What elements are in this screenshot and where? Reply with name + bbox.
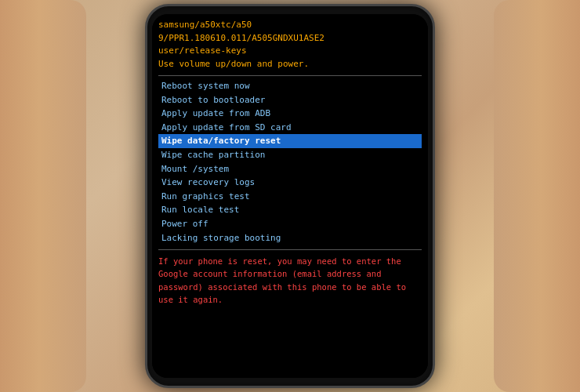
menu-item-apply-adb[interactable]: Apply update from ADB (158, 107, 422, 121)
power-button (433, 53, 435, 100)
menu-item-mount-system[interactable]: Mount /system (158, 162, 422, 176)
menu-item-reboot-bootloader[interactable]: Reboot to bootloader (158, 93, 422, 107)
menu-item-reboot-system[interactable]: Reboot system now (158, 79, 422, 93)
divider-top (158, 75, 422, 76)
build-type: user/release-keys (158, 45, 422, 58)
build-number: 9/PPR1.180610.011/A505GNDXU1ASE2 (158, 32, 422, 45)
menu-item-apply-sd[interactable]: Apply update from SD card (158, 121, 422, 135)
menu-item-run-locale[interactable]: Run locale test (158, 203, 422, 217)
menu-item-view-logs[interactable]: View recovery logs (158, 176, 422, 190)
phone: samsung/a50xtc/a50 9/PPR1.180610.011/A50… (145, 4, 435, 388)
scene: samsung/a50xtc/a50 9/PPR1.180610.011/A50… (0, 0, 580, 392)
menu-item-power-off[interactable]: Power off (158, 217, 422, 231)
device-model: samsung/a50xtc/a50 (158, 19, 422, 32)
menu-item-wipe-factory[interactable]: Wipe data/factory reset (158, 134, 422, 148)
recovery-menu: samsung/a50xtc/a50 9/PPR1.180610.011/A50… (152, 14, 428, 378)
menu-list: Reboot system now Reboot to bootloader A… (158, 79, 422, 245)
hand-right (494, 0, 580, 392)
volume-button (145, 69, 147, 100)
menu-item-lacking-storage[interactable]: Lacking storage booting (158, 231, 422, 245)
nav-hint: Use volume up/down and power. (158, 58, 422, 71)
phone-screen: samsung/a50xtc/a50 9/PPR1.180610.011/A50… (152, 14, 428, 378)
warning-text: If your phone is reset, you may need to … (158, 255, 422, 306)
menu-item-wipe-cache[interactable]: Wipe cache partition (158, 148, 422, 162)
device-info-header: samsung/a50xtc/a50 9/PPR1.180610.011/A50… (158, 19, 422, 71)
menu-item-run-graphics[interactable]: Run graphics test (158, 190, 422, 204)
hand-left (0, 0, 86, 392)
warning-section: If your phone is reset, you may need to … (158, 249, 422, 306)
